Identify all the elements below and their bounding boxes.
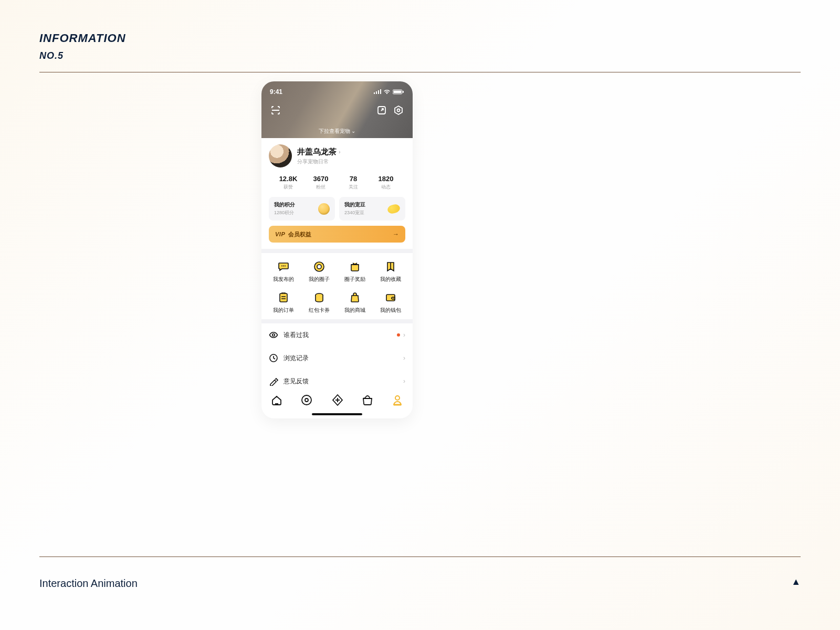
scroll-up-arrow-icon[interactable]: ▲ — [791, 576, 801, 587]
settings-icon[interactable] — [393, 104, 404, 116]
status-time: 9:41 — [270, 88, 282, 96]
grid-coupons[interactable]: 红包卡券 — [301, 291, 337, 314]
svg-point-9 — [317, 265, 321, 269]
status-bar: 9:41 — [261, 87, 413, 97]
svg-point-4 — [397, 109, 400, 112]
grid-my-posts[interactable]: 我发布的 — [266, 260, 301, 283]
circle-icon — [313, 260, 326, 273]
bookmark-icon — [384, 260, 397, 273]
battery-icon — [393, 89, 404, 94]
clipboard-icon — [277, 291, 290, 304]
footer-label: Interaction Animation — [39, 578, 138, 590]
stat-posts[interactable]: 1820动态 — [370, 175, 402, 191]
points-card[interactable]: 我的积分1280积分 — [269, 197, 335, 220]
footer-divider — [39, 556, 801, 557]
grid-orders[interactable]: 我的订单 — [266, 291, 301, 314]
wifi-icon — [383, 89, 391, 94]
quick-grid: 我发布的 我的圈子 圈子奖励 我的收藏 我的订单 红包卡券 — [261, 253, 413, 319]
stat-likes[interactable]: 12.8K获赞 — [272, 175, 304, 191]
tagline: 分享宠物日常 — [297, 158, 341, 165]
grid-favorites[interactable]: 我的收藏 — [373, 260, 408, 283]
wallet-icon — [384, 291, 397, 304]
phone-frame: 9:41 下拉查看宠物 ⌄ — [261, 81, 413, 418]
svg-point-16 — [302, 395, 311, 405]
grid-circle-rewards[interactable]: 圈子奖励 — [337, 260, 373, 283]
eye-icon — [269, 330, 278, 340]
profile-card: 井盖乌龙茶 › 分享宠物日常 12.8K获赞 3670粉丝 78关注 1820动… — [261, 138, 413, 249]
list-history[interactable]: 浏览记录 › — [261, 346, 413, 370]
chat-icon — [277, 260, 290, 273]
tab-profile[interactable] — [391, 394, 404, 406]
svg-point-17 — [305, 398, 308, 402]
share-icon[interactable] — [376, 104, 387, 116]
svg-point-18 — [395, 396, 400, 400]
tab-discover[interactable] — [300, 394, 313, 406]
notification-dot-icon — [397, 333, 400, 337]
cylinder-icon — [313, 291, 326, 304]
beans-card[interactable]: 我的宠豆2340宠豆 — [339, 197, 405, 220]
username-row[interactable]: 井盖乌龙茶 › — [297, 147, 341, 157]
svg-rect-10 — [280, 293, 287, 302]
header-divider — [39, 72, 801, 72]
status-icons — [373, 89, 404, 94]
chevron-right-icon: › — [403, 331, 405, 339]
stat-following[interactable]: 78关注 — [337, 175, 370, 191]
grid-wallet[interactable]: 我的钱包 — [373, 291, 408, 314]
vip-banner[interactable]: VIP会员权益 → — [269, 226, 405, 243]
chevron-right-icon: › — [403, 377, 405, 385]
edit-icon — [269, 376, 278, 386]
svg-point-6 — [283, 266, 284, 267]
profile-hero: 9:41 下拉查看宠物 ⌄ — [261, 81, 413, 138]
stat-fans[interactable]: 3670粉丝 — [304, 175, 337, 191]
tab-shop[interactable] — [361, 394, 374, 406]
coin-icon — [318, 203, 330, 215]
username: 井盖乌龙茶 — [297, 147, 337, 157]
svg-point-14 — [272, 334, 275, 337]
svg-point-5 — [281, 266, 282, 267]
tab-create[interactable] — [331, 394, 343, 406]
arrow-right-icon: → — [393, 230, 399, 238]
svg-point-7 — [285, 266, 286, 267]
tab-home[interactable] — [270, 394, 283, 406]
vip-logo: VIP — [275, 231, 285, 237]
chevron-right-icon: › — [403, 354, 405, 362]
chevron-right-icon: › — [339, 149, 341, 155]
page-header: INFORMATION NO.5 — [39, 32, 801, 72]
signal-icon — [373, 89, 381, 94]
grid-my-circles[interactable]: 我的圈子 — [301, 260, 337, 283]
avatar[interactable] — [269, 144, 292, 167]
grid-mall[interactable]: 我的商城 — [337, 291, 373, 314]
pull-hint: 下拉查看宠物 ⌄ — [261, 128, 413, 135]
stats-row: 12.8K获赞 3670粉丝 78关注 1820动态 — [269, 175, 405, 191]
svg-rect-1 — [394, 91, 402, 93]
bag-icon — [349, 291, 361, 304]
scan-icon[interactable] — [270, 104, 281, 116]
page-subtitle: NO.5 — [39, 50, 801, 61]
page-title: INFORMATION — [39, 32, 801, 45]
svg-point-13 — [393, 298, 394, 299]
home-indicator — [312, 413, 362, 415]
svg-rect-2 — [403, 91, 404, 93]
gift-icon — [349, 260, 361, 273]
list-visitors[interactable]: 谁看过我 › — [261, 323, 413, 346]
settings-list: 谁看过我 › 浏览记录 › 意见反馈 › — [261, 323, 413, 393]
chevron-down-icon: ⌄ — [351, 128, 355, 134]
clock-icon — [269, 353, 278, 363]
bean-icon — [386, 203, 401, 215]
